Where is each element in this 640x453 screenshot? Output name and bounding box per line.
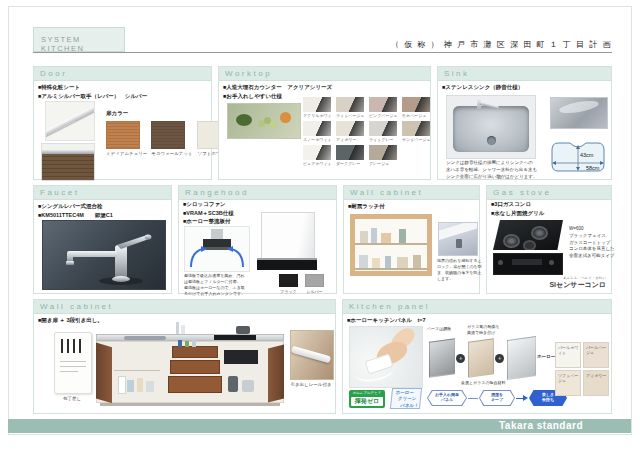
worktop-swatch: ピンクベージュ — [369, 97, 397, 118]
plus-icon: ＋ — [456, 354, 465, 363]
text-line — [60, 366, 86, 367]
orange — [280, 112, 291, 123]
stored-item — [381, 233, 391, 243]
section-base-cabinet-title: Wall cabinet — [34, 300, 335, 314]
counter-cooktop — [214, 335, 256, 340]
steel-panel — [429, 338, 455, 378]
glass-panel — [468, 338, 494, 378]
stored-item — [397, 257, 408, 268]
faucet-bullets: ■シングルレバー式混合栓 ■KM5011TTEC4M 節湯C1 — [38, 202, 113, 220]
rangehood-photo — [257, 212, 317, 272]
highlight — [558, 99, 599, 116]
text-line — [60, 361, 86, 362]
panel-swatches: パールホワイト パールベージュ ソフトベージュ アイボリー — [555, 342, 609, 396]
rangehood-swatches: ブラック シルバー — [279, 274, 324, 294]
rangehood-illustration — [184, 226, 250, 272]
drawer-closeup-photo — [290, 330, 334, 380]
bottle — [181, 325, 185, 334]
sink-photo — [446, 95, 536, 159]
drawer-2 — [170, 360, 220, 374]
aluminum-handle — [45, 104, 95, 137]
diagram-caption-steel: ベースは鋼板 — [427, 326, 451, 332]
hood-body — [261, 212, 315, 260]
stored-item — [371, 228, 377, 243]
flow-arrowhead-icon — [523, 395, 528, 401]
burner — [503, 234, 520, 248]
door-swatches: ミディアムチェリー モカウォールナット ソフトホワイト — [106, 121, 231, 156]
wall-cabinet-illustration — [350, 214, 432, 276]
header-tab-label: SYSTEM KITCHEN — [41, 35, 124, 53]
section-rangehood-title: Rangehood — [179, 186, 336, 200]
section-kitchen-panel-title: Kitchen panel — [343, 300, 611, 314]
panel-wipe-photo — [349, 326, 423, 388]
worktop-swatch: スノーホワイト — [303, 121, 331, 142]
rangehood-bullets: ■シロッコファン ■VRAM＋SC3B仕様 ■ホーロー整流板付 — [183, 200, 234, 226]
drawer-bottle — [178, 340, 182, 347]
worktop-swatch: アイボリー — [336, 121, 364, 142]
kickplate — [100, 403, 280, 406]
gas-stove-photo — [493, 220, 563, 276]
plus-icon: ＋ — [495, 354, 504, 363]
worktop-photo — [227, 103, 301, 139]
grill-window — [512, 259, 542, 265]
knife-slot — [73, 339, 75, 353]
sink-dimension-diagram: 43cm 58cm — [548, 137, 608, 177]
rangehood-caption: 整流板で吸込み速度を高め、汚れ は整流板とフィルターに付着。 整流板はホーローな… — [184, 273, 245, 297]
section-faucet: Faucet ■シングルレバー式混合栓 ■KM5011TTEC4M 節湯C1 — [33, 185, 172, 294]
header-tab: SYSTEM KITCHEN — [33, 27, 125, 52]
door-swatch-chip — [106, 121, 140, 149]
si-sensor-logo: あんしん・べんり・きれい Siセンサーコンロ — [549, 276, 606, 290]
knob — [549, 260, 554, 265]
stored-bottle — [127, 380, 134, 392]
stored-bottle — [118, 376, 126, 394]
drawer-closeup-label: 引き出しレール付き — [284, 382, 338, 387]
shelf — [355, 268, 427, 270]
stove-front-panel — [493, 253, 563, 275]
section-rangehood: Rangehood ■シロッコファン ■VRAM＋SC3B仕様 ■ホーロー整流板… — [178, 185, 337, 294]
footer-bar: Takara standard — [8, 419, 631, 433]
faucet-photo — [42, 220, 166, 290]
formaldehyde-zero-badge: ホルムアルデヒド 揮発ゼロ — [349, 390, 385, 408]
worktop-swatch: サンドベージュ — [402, 121, 430, 142]
worktop-swatch: ライトベージュ — [336, 97, 364, 118]
section-door: Door ■特殊化粧シート ■アルミシルバー取手（レバー） シルバー 扉カラー … — [33, 66, 212, 180]
stored-item — [360, 231, 368, 243]
diagram-subcaption: 金属とガラスの複合材料 — [461, 380, 505, 386]
sink-drain — [487, 136, 496, 145]
knife-slot — [79, 339, 81, 353]
worktop-swatch: ライトグレー — [369, 121, 397, 142]
panel-swatch: パールベージュ — [583, 342, 609, 368]
cooktop — [493, 220, 563, 250]
header-rule — [33, 52, 612, 53]
grill-unit — [224, 350, 258, 364]
drawer-rail — [291, 346, 331, 364]
worktop-swatch: ダークグレー — [336, 145, 364, 166]
door-swatch-chip — [151, 121, 185, 149]
stored-item — [413, 255, 421, 268]
worktop-swatch: アクリルホワイト — [303, 97, 331, 118]
drawer-bottle — [192, 340, 196, 347]
knife-slot — [61, 339, 63, 353]
section-door-title: Door — [34, 67, 211, 81]
open-door-left — [96, 341, 112, 403]
bottle — [176, 322, 179, 334]
worktop-swatch: ピュアホワイト — [303, 145, 331, 166]
text-line — [60, 371, 78, 372]
brand-logo: Takara standard — [499, 420, 583, 431]
stored-bottle — [137, 378, 143, 392]
latch — [456, 239, 462, 248]
base-cabinet-photo — [96, 320, 284, 410]
horo-clean-panel-badge: ホーロー クリーン パネル！ — [390, 388, 422, 409]
stored-pot — [228, 376, 238, 392]
enamel-layer-diagram: ベースは鋼板 ガラス質の釉薬を 高温で焼き付け ＋ ＋ ホーロー 金属とガラスの… — [427, 324, 553, 386]
vegetable — [236, 114, 252, 126]
diagram-caption-glass: ガラス質の釉薬を 高温で焼き付け — [467, 324, 499, 336]
flow-step-1: お手入れ簡単 パネル — [427, 390, 467, 406]
cabinet-shelf — [114, 370, 160, 371]
door-bullets: ■特殊化粧シート ■アルミシルバー取手（レバー） シルバー — [38, 83, 147, 101]
stored-item — [372, 258, 380, 268]
section-sink: Sink ■ステンレスシンク（静音仕様） シンクは静音仕様の採用によりシンクへの… — [437, 66, 612, 180]
worktop-swatch: モカベージュ — [402, 97, 430, 118]
grape — [270, 121, 277, 128]
drawer-1 — [172, 346, 218, 358]
